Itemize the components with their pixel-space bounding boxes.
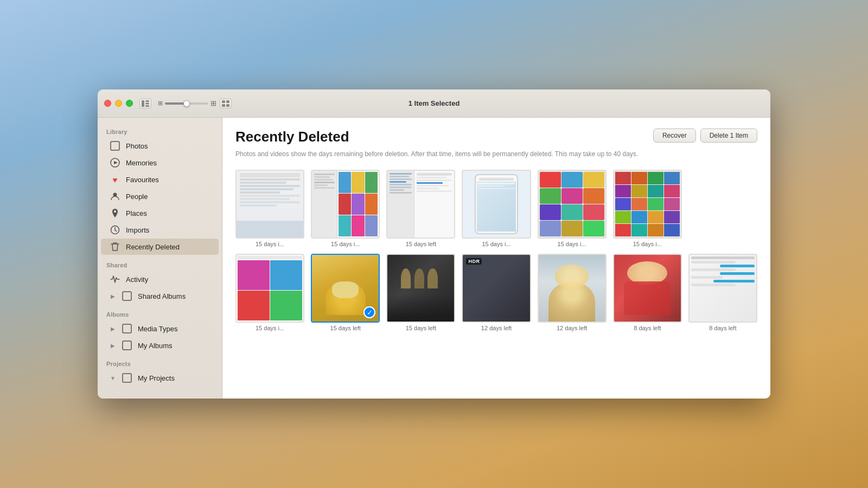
- my-projects-expand-icon[interactable]: ▼: [110, 375, 116, 381]
- photo-label-3: 15 days left: [406, 241, 436, 247]
- photo-item-9[interactable]: 15 days left: [386, 254, 455, 331]
- svg-rect-2: [145, 102, 149, 104]
- svg-point-12: [114, 210, 116, 213]
- photo-item-1[interactable]: 15 days i...: [235, 170, 304, 247]
- photo-label-5: 15 days i...: [558, 241, 586, 247]
- memories-icon: [110, 157, 120, 168]
- photo-grid: 15 days i...: [235, 170, 757, 331]
- zoom-small-icon: ⊞: [158, 100, 163, 107]
- fullscreen-button[interactable]: [126, 100, 133, 107]
- photo-item-2[interactable]: 15 days i...: [311, 170, 380, 247]
- photo-item-3[interactable]: 15 days left: [386, 170, 455, 247]
- recently-deleted-label: Recently Deleted: [126, 243, 180, 251]
- photo-thumb-4[interactable]: [462, 170, 531, 239]
- photo-thumb-3[interactable]: [386, 170, 455, 239]
- photo-item-4[interactable]: 15 days i...: [462, 170, 531, 247]
- photo-thumb-11[interactable]: [538, 254, 607, 323]
- photo-label-4: 15 days i...: [482, 241, 510, 247]
- photo-label-6: 15 days i...: [633, 241, 662, 247]
- sidebar-item-activity[interactable]: Activity: [101, 271, 219, 287]
- sidebar-toggle-button[interactable]: [139, 99, 151, 108]
- photo-label-13: 8 days left: [709, 325, 736, 331]
- photo-label-11: 12 days left: [557, 325, 587, 331]
- photo-thumb-7[interactable]: [235, 254, 304, 323]
- sidebar-item-shared-albums[interactable]: ▶ Shared Albums: [101, 288, 219, 304]
- zoom-slider[interactable]: [165, 102, 208, 105]
- imports-icon: [110, 224, 120, 235]
- photo-label-9: 15 days left: [406, 325, 436, 331]
- places-icon: [110, 208, 120, 219]
- zoom-large-icon: ⊞: [210, 99, 216, 107]
- photo-thumb-5[interactable]: [538, 170, 607, 239]
- sidebar-item-favourites[interactable]: ♥ Favourites: [101, 171, 219, 188]
- svg-rect-3: [145, 105, 149, 107]
- photos-icon: [110, 140, 120, 151]
- svg-rect-16: [123, 341, 131, 350]
- people-icon: [110, 191, 120, 202]
- photo-thumb-12[interactable]: [613, 254, 682, 323]
- photo-thumb-10[interactable]: HDR: [462, 254, 531, 323]
- people-label: People: [126, 192, 148, 201]
- media-types-expand-icon[interactable]: ▶: [110, 325, 116, 332]
- library-section-header: Library: [98, 122, 222, 137]
- media-types-icon: [122, 323, 132, 334]
- zoom-slider-container: ⊞ ⊞: [158, 99, 216, 107]
- sidebar-item-places[interactable]: Places: [101, 205, 219, 221]
- recover-button[interactable]: Recover: [653, 129, 696, 143]
- trash-icon: [110, 241, 120, 252]
- photo-thumb-13[interactable]: [688, 254, 757, 323]
- photo-label-12: 8 days left: [634, 325, 661, 331]
- sidebar-item-recently-deleted[interactable]: Recently Deleted: [101, 239, 219, 255]
- sidebar-item-photos[interactable]: Photos: [101, 138, 219, 154]
- photo-thumb-8[interactable]: ✓: [311, 254, 380, 323]
- photo-thumb-6[interactable]: [613, 170, 682, 239]
- my-albums-expand-icon[interactable]: ▶: [110, 342, 116, 349]
- view-toggle-button[interactable]: [220, 99, 232, 108]
- svg-rect-15: [123, 324, 131, 333]
- heart-icon: ♥: [110, 174, 120, 185]
- photo-item-7[interactable]: 15 days i...: [235, 254, 304, 331]
- photo-thumb-2[interactable]: [311, 170, 380, 239]
- close-button[interactable]: [104, 100, 111, 107]
- sidebar: Library Photos Memories: [98, 118, 222, 399]
- sidebar-item-my-projects[interactable]: ▼ My Projects: [101, 370, 219, 386]
- photo-item-8[interactable]: ✓ 15 days left: [311, 254, 380, 331]
- photo-item-11[interactable]: 12 days left: [538, 254, 607, 331]
- shared-albums-icon: [122, 291, 132, 301]
- photo-label-10: 12 days left: [481, 325, 512, 331]
- titlebar: ⊞ ⊞ 1 Item Selected: [98, 89, 770, 118]
- places-label: Places: [126, 209, 147, 217]
- content-description: Photos and videos show the days remainin…: [235, 150, 757, 159]
- photo-thumb-9[interactable]: [386, 254, 455, 323]
- minimize-button[interactable]: [115, 100, 122, 107]
- sidebar-item-memories[interactable]: Memories: [101, 155, 219, 171]
- svg-rect-6: [222, 104, 225, 107]
- my-albums-icon: [122, 340, 132, 351]
- traffic-lights: [104, 100, 133, 107]
- photo-item-12[interactable]: 8 days left: [613, 254, 682, 331]
- app-window: ⊞ ⊞ 1 Item Selected Library: [98, 89, 770, 399]
- photo-item-5[interactable]: 15 days i...: [538, 170, 607, 247]
- sidebar-item-media-types[interactable]: ▶ Media Types: [101, 320, 219, 337]
- page-title: Recently Deleted: [235, 129, 349, 145]
- sidebar-item-my-albums[interactable]: ▶ My Albums: [101, 337, 219, 354]
- photo-item-13[interactable]: 8 days left: [688, 254, 757, 331]
- sidebar-item-people[interactable]: People: [101, 188, 219, 204]
- photo-thumb-1[interactable]: [235, 170, 304, 239]
- my-projects-label: My Projects: [138, 374, 175, 382]
- svg-rect-4: [222, 100, 225, 103]
- toolbar-controls: ⊞ ⊞: [139, 99, 232, 108]
- photo-label-1: 15 days i...: [256, 241, 284, 247]
- sidebar-item-imports[interactable]: Imports: [101, 222, 219, 238]
- photo-item-6[interactable]: 15 days i...: [613, 170, 682, 247]
- delete-button[interactable]: Delete 1 Item: [700, 129, 757, 143]
- activity-label: Activity: [126, 275, 148, 284]
- my-albums-label: My Albums: [138, 342, 173, 350]
- albums-section-header: Albums: [98, 305, 222, 320]
- photo-item-10[interactable]: HDR 12 days left: [462, 254, 531, 331]
- shared-albums-expand-icon[interactable]: ▶: [110, 293, 116, 299]
- imports-label: Imports: [126, 226, 149, 234]
- action-buttons: Recover Delete 1 Item: [653, 129, 757, 143]
- svg-rect-1: [145, 100, 149, 102]
- activity-icon: [110, 274, 120, 285]
